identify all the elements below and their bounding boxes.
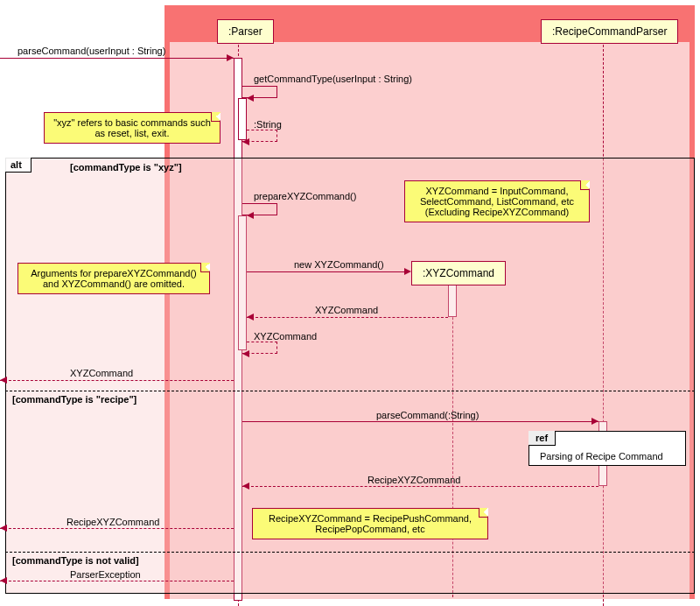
note-xyzcmd: XYZCommand = InputCommand, SelectCommand… [404, 180, 590, 222]
guard3: [commandType is not valid] [12, 555, 139, 566]
arrow-xyz-ret1 [247, 317, 448, 318]
ref-header: ref [528, 431, 556, 446]
arrowhead-newXYZ [404, 268, 411, 275]
arrow-parseCommand-recipe [242, 421, 598, 422]
note-recipexyz: RecipeXYZCommand = RecipePushCommand, Re… [252, 508, 488, 539]
recipe-parser-head: :RecipeCommandParser [541, 19, 678, 44]
arrowhead-string-ret [242, 138, 249, 145]
guard1: [commandType is "xyz"] [70, 162, 182, 173]
xyz-label: :XYZCommand [423, 267, 494, 279]
arrowhead-prepareXYZ [247, 212, 254, 219]
label-newXYZ: new XYZCommand() [294, 259, 384, 270]
note-args: Arguments for prepareXYZCommand() and XY… [18, 263, 210, 294]
label-recipe-ret: RecipeXYZCommand [368, 475, 460, 485]
alt-frame-header: alt [5, 158, 32, 173]
label-parseCommand: parseCommand(userInput : String) [18, 46, 165, 56]
arrowhead-xyz-out [0, 377, 7, 384]
label-prepareXYZ: prepareXYZCommand() [254, 191, 356, 201]
note-xyz-basic: "xyz" refers to basic commands such as r… [44, 112, 220, 144]
arrowhead-parseCommand-recipe [592, 418, 598, 425]
arrow-parseCommand [0, 58, 234, 59]
arrow-recipe-out [0, 528, 234, 529]
selfcall-string-ret-top [247, 130, 277, 130]
ref-body: Parsing of Recipe Command [536, 447, 667, 465]
arrowhead-xyz-ret2 [242, 350, 249, 357]
arrow-newXYZ [247, 271, 409, 272]
label-parser-exc: ParserException [70, 569, 141, 580]
arrow-parser-exc [0, 581, 234, 581]
arrow-xyz-out [0, 380, 234, 381]
label-xyz-ret2: XYZCommand [254, 331, 317, 342]
label-string-ret: :String [254, 119, 282, 130]
label-xyz-ret1: XYZCommand [315, 305, 378, 315]
arrowhead-xyz-ret1 [247, 314, 254, 321]
arrowhead-getCommandType [247, 95, 254, 102]
label-parseCommand-recipe: parseCommand(:String) [376, 410, 479, 420]
label-recipe-out: RecipeXYZCommand [66, 517, 159, 527]
label-xyz-out: XYZCommand [70, 368, 133, 378]
parser-head: :Parser [217, 19, 274, 44]
arrowhead-recipe-ret [242, 483, 249, 490]
recipe-parser-label: :RecipeCommandParser [552, 25, 667, 38]
alt-divider2 [5, 552, 695, 553]
arrowhead-parser-exc [0, 577, 7, 584]
guard2: [commandType is "recipe"] [12, 394, 136, 405]
ref-box: ref Parsing of Recipe Command [528, 431, 686, 466]
parser-label: :Parser [228, 25, 262, 38]
arrowhead-recipe-out [0, 525, 7, 532]
label-getCommandType: getCommandType(userInput : String) [254, 74, 412, 84]
selfcall-xyz-ret-top [247, 342, 277, 342]
arrowhead-parseCommand [227, 54, 234, 61]
arrow-recipe-ret [242, 486, 598, 487]
xyz-head: :XYZCommand [411, 261, 506, 285]
alt-divider1 [5, 391, 695, 391]
